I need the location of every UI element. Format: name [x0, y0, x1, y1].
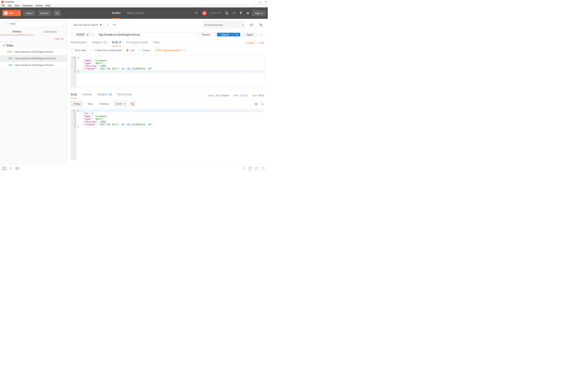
- import-button[interactable]: Import: [23, 10, 36, 16]
- history-item[interactable]: POSThttp://localhost:29435/api/v1/foods: [0, 49, 67, 55]
- minimize-button[interactable]: —: [253, 1, 255, 3]
- tab-team-library[interactable]: Team Library: [127, 7, 144, 19]
- copy-response-button[interactable]: [254, 102, 258, 106]
- search-response-button[interactable]: [261, 102, 264, 106]
- request-body-editor[interactable]: 1 ▼23456 { "name": "Lasagne", "type": "M…: [71, 56, 264, 87]
- statusbar: [0, 165, 268, 172]
- wrap-lines-button[interactable]: [129, 102, 136, 106]
- console-button[interactable]: [16, 167, 19, 170]
- menu-view[interactable]: View: [14, 4, 20, 7]
- settings-button[interactable]: [257, 21, 264, 28]
- close-button[interactable]: ✕: [265, 1, 267, 3]
- method-select[interactable]: POST: [71, 33, 94, 36]
- sidebar-tab-collections[interactable]: Collections: [33, 28, 67, 35]
- history-item[interactable]: GEThttp://localhost:29435/api/v1/foods/2: [0, 55, 67, 62]
- globe-icon[interactable]: [225, 11, 229, 15]
- clear-all-link[interactable]: Clear all: [0, 35, 67, 42]
- cookies-link[interactable]: Cookies: [246, 41, 255, 44]
- tips-button[interactable]: [242, 167, 245, 170]
- help-button[interactable]: [262, 167, 265, 170]
- svg-point-7: [251, 24, 252, 25]
- save-button[interactable]: Save: [242, 33, 257, 36]
- add-tab-button[interactable]: +: [105, 21, 111, 28]
- history-url: http://localhost:29435/api/v1/foods/2: [15, 57, 56, 60]
- new-button-label: New: [9, 12, 14, 15]
- window-title: Postman: [5, 0, 14, 3]
- menu-file[interactable]: File: [1, 4, 5, 7]
- view-raw[interactable]: Raw: [85, 101, 96, 106]
- new-window-button[interactable]: ▾: [53, 10, 61, 16]
- subtab-body[interactable]: Body: [112, 39, 121, 46]
- chevron-down-icon: [242, 23, 243, 26]
- search-icon: [5, 22, 8, 25]
- new-button[interactable]: + New: [2, 10, 21, 16]
- find-button[interactable]: [10, 167, 12, 170]
- environment-select[interactable]: No Environment: [202, 21, 246, 28]
- svg-text:▾: ▾: [58, 12, 59, 13]
- resp-tab-headers[interactable]: Headers(8): [97, 93, 112, 98]
- filter-input-wrap[interactable]: [3, 21, 64, 27]
- svg-rect-17: [16, 167, 19, 170]
- url-input[interactable]: http://localhost:29435/api/v1/foods: [96, 33, 197, 36]
- body-type-x-www-form-urlencoded[interactable]: x-www-form-urlencoded: [90, 49, 122, 52]
- tab-builder[interactable]: Builder: [112, 7, 121, 19]
- chevron-down-icon: [124, 102, 125, 105]
- menu-help[interactable]: Help: [45, 4, 50, 7]
- subtab-headers[interactable]: Headers (1): [92, 39, 107, 46]
- runner-button[interactable]: Runner: [38, 10, 52, 16]
- svg-point-15: [10, 167, 11, 169]
- view-pretty[interactable]: Pretty: [71, 101, 83, 107]
- send-button[interactable]: Send: [217, 33, 233, 36]
- subtab-authorization[interactable]: Authorization: [71, 39, 87, 46]
- code-link[interactable]: Code: [258, 41, 264, 44]
- wrench-icon[interactable]: [232, 11, 235, 15]
- menu-history[interactable]: History: [35, 4, 43, 7]
- svg-point-11: [261, 103, 263, 105]
- body-type-binary[interactable]: binary: [139, 49, 150, 52]
- content-type-select[interactable]: JSON (application/json): [155, 49, 185, 52]
- sidebar-toggle-button[interactable]: [3, 167, 6, 170]
- resp-tab-tests[interactable]: Test Results: [117, 93, 132, 98]
- svg-line-6: [7, 24, 8, 25]
- menu-edit[interactable]: Edit: [8, 4, 12, 7]
- history-item[interactable]: GEThttp://localhost:29435/api/v1/foods: [0, 62, 67, 69]
- tab-options-button[interactable]: •••: [111, 21, 118, 28]
- sidebar: History Collections Clear all ▼ Today PO…: [0, 19, 67, 165]
- view-preview[interactable]: Preview: [97, 101, 112, 106]
- heart-icon[interactable]: [246, 11, 250, 15]
- filter-input[interactable]: [10, 22, 62, 25]
- keyboard-button[interactable]: [255, 167, 259, 170]
- sync-status-icon[interactable]: [202, 10, 207, 16]
- svg-line-12: [263, 104, 264, 105]
- response-lang-select[interactable]: JSON: [113, 101, 128, 107]
- history-method: GET: [7, 64, 12, 66]
- sync-off-label: SYNC OFF: [210, 12, 222, 14]
- sidebar-tab-history[interactable]: History: [0, 28, 33, 35]
- response-body-editor[interactable]: 1 ▼234567 { "id": 5, "name": "Lasagne", …: [71, 109, 264, 160]
- params-button[interactable]: Params: [197, 33, 215, 36]
- resp-tab-body[interactable]: Body: [71, 93, 77, 98]
- body-type-raw[interactable]: raw: [126, 49, 134, 52]
- history-url: http://localhost:29435/api/v1/foods: [15, 50, 53, 53]
- bell-icon[interactable]: [239, 11, 243, 15]
- satellite-icon[interactable]: [195, 11, 198, 15]
- body-type-form-data[interactable]: form-data: [71, 49, 86, 52]
- maximize-button[interactable]: ▢: [259, 1, 261, 3]
- send-dropdown[interactable]: [233, 33, 240, 36]
- svg-rect-10: [255, 103, 257, 104]
- svg-point-5: [6, 23, 7, 24]
- save-dropdown[interactable]: [257, 33, 264, 36]
- main-toolbar: + New Import Runner ▾ Builder Team Libra…: [0, 7, 268, 19]
- environment-quicklook-button[interactable]: [248, 21, 255, 28]
- request-tab[interactable]: http://localhost:29435: [71, 21, 105, 28]
- subtab-prerequest[interactable]: Pre-request Script: [126, 39, 148, 46]
- resp-tab-cookies[interactable]: Cookies: [82, 93, 92, 98]
- subtab-tests[interactable]: Tests: [153, 39, 160, 46]
- sign-in-button[interactable]: Sign In: [252, 10, 266, 16]
- menubar: File Edit View Collection History Help: [0, 4, 268, 7]
- history-group-today[interactable]: ▼ Today: [0, 42, 67, 49]
- two-pane-button[interactable]: [248, 167, 252, 170]
- chevron-down-icon: [87, 33, 88, 36]
- new-dropdown-caret[interactable]: [16, 10, 21, 16]
- menu-collection[interactable]: Collection: [22, 4, 33, 7]
